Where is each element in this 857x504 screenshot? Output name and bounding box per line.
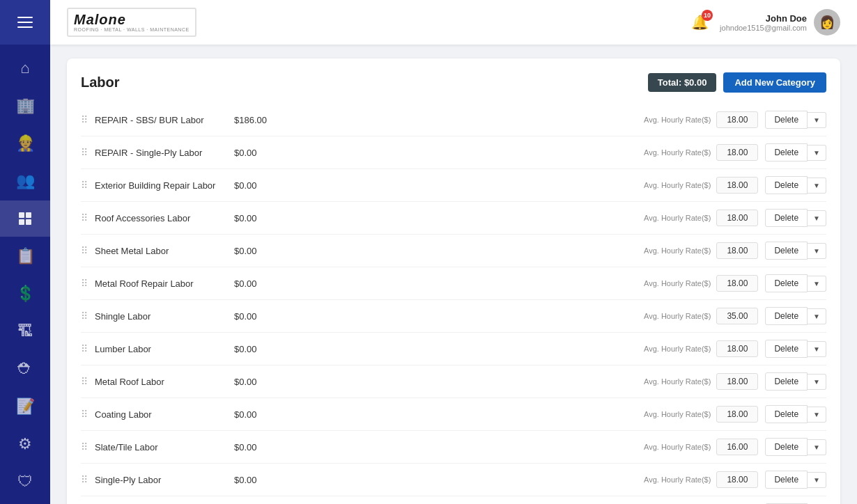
notification-bell[interactable]: 🔔 10 — [691, 14, 709, 31]
labor-rows: ⠿ REPAIR - SBS/ BUR Labor $186.00 Avg. H… — [81, 104, 826, 504]
dropdown-arrow-button[interactable]: ▼ — [808, 341, 826, 357]
sidebar-item-helmet[interactable]: ⛑ — [0, 351, 50, 387]
rate-label: Avg. Hourly Rate($) — [644, 181, 711, 189]
delete-button[interactable]: Delete — [765, 143, 808, 162]
rate-label: Avg. Hourly Rate($) — [644, 443, 711, 451]
rate-input[interactable] — [716, 373, 758, 390]
labor-name: REPAIR - SBS/ BUR Labor — [95, 115, 234, 125]
drag-handle-icon[interactable]: ⠿ — [81, 180, 88, 191]
dropdown-arrow-button[interactable]: ▼ — [808, 472, 826, 488]
sidebar-item-dollar[interactable]: 💲 — [0, 276, 50, 312]
labor-name: Single-Ply Labor — [95, 475, 234, 485]
card-title: Labor — [81, 74, 120, 90]
drag-handle-icon[interactable]: ⠿ — [81, 343, 88, 354]
content: Labor Total: $0.00 Add New Category ⠿ RE… — [50, 45, 857, 504]
table-row: ⠿ Slate/Tile Labor $0.00 Avg. Hourly Rat… — [81, 431, 826, 464]
delete-button[interactable]: Delete — [765, 176, 808, 194]
drag-handle-icon[interactable]: ⠿ — [81, 245, 88, 256]
delete-button[interactable]: Delete — [765, 405, 808, 423]
table-row: ⠿ Roof Accessories Labor $0.00 Avg. Hour… — [81, 202, 826, 235]
dropdown-arrow-button[interactable]: ▼ — [808, 145, 826, 161]
delete-button[interactable]: Delete — [765, 340, 808, 358]
sidebar-item-data-table[interactable] — [0, 200, 50, 237]
sidebar-item-home[interactable]: ⌂ — [0, 50, 50, 86]
sidebar-item-clipboard[interactable]: 📝 — [0, 388, 50, 425]
dropdown-arrow-button[interactable]: ▼ — [808, 178, 826, 194]
rate-input[interactable] — [716, 471, 758, 488]
rate-label: Avg. Hourly Rate($) — [644, 246, 711, 255]
delete-button[interactable]: Delete — [765, 307, 808, 325]
drag-handle-icon[interactable]: ⠿ — [81, 376, 88, 387]
table-row: ⠿ Single-Ply Labor $0.00 Avg. Hourly Rat… — [81, 464, 826, 496]
rate-input[interactable] — [716, 144, 758, 161]
dropdown-arrow-button[interactable]: ▼ — [808, 112, 826, 128]
table-row: ⠿ Metal Roof Labor $0.00 Avg. Hourly Rat… — [81, 365, 826, 398]
rate-input[interactable] — [716, 111, 758, 128]
rate-input[interactable] — [716, 308, 758, 324]
delete-button[interactable]: Delete — [765, 372, 808, 391]
delete-button[interactable]: Delete — [765, 471, 808, 489]
dropdown-arrow-button[interactable]: ▼ — [808, 243, 826, 259]
logo: Malone ROOFING · METAL · WALLS · MAINTEN… — [67, 8, 196, 37]
dropdown-arrow-button[interactable]: ▼ — [808, 308, 826, 324]
dropdown-arrow-button[interactable]: ▼ — [808, 374, 826, 390]
delete-button[interactable]: Delete — [765, 274, 808, 292]
sidebar: ⌂ 🏢 👷 👥 📋 💲 🏗 ⛑ 📝 ⚙ 🛡 — [0, 0, 50, 504]
labor-name: Metal Roof Repair Labor — [95, 278, 234, 289]
rate-input[interactable] — [716, 177, 758, 194]
user-info[interactable]: John Doe johndoe1515@gmail.com 👩 — [720, 9, 840, 36]
labor-name: Roof Accessories Labor — [95, 213, 234, 223]
delete-button[interactable]: Delete — [765, 438, 808, 456]
dropdown-arrow-button[interactable]: ▼ — [808, 276, 826, 292]
dropdown-arrow-button[interactable]: ▼ — [808, 407, 826, 423]
rate-input[interactable] — [716, 210, 758, 226]
sidebar-item-shield[interactable]: 🛡 — [0, 464, 50, 500]
labor-amount: $0.00 — [234, 213, 290, 223]
drag-handle-icon[interactable]: ⠿ — [81, 474, 88, 485]
labor-name: REPAIR - Single-Ply Labor — [95, 148, 234, 158]
labor-amount: $0.00 — [234, 246, 290, 256]
delete-button[interactable]: Delete — [765, 111, 808, 129]
delete-button[interactable]: Delete — [765, 209, 808, 227]
labor-amount: $0.00 — [234, 344, 290, 354]
rate-input[interactable] — [716, 340, 758, 357]
labor-amount: $0.00 — [234, 148, 290, 158]
table-row: ⠿ Sheet Metal Labor $0.00 Avg. Hourly Ra… — [81, 235, 826, 267]
drag-handle-icon[interactable]: ⠿ — [81, 278, 88, 289]
sidebar-item-worker[interactable]: 👷 — [0, 125, 50, 162]
rate-label: Avg. Hourly Rate($) — [644, 214, 711, 222]
sidebar-item-building[interactable]: 🏢 — [0, 88, 50, 124]
table-row: ⠿ Exterior Building Repair Labor $0.00 A… — [81, 169, 826, 202]
drag-handle-icon[interactable]: ⠿ — [81, 147, 88, 158]
rate-input[interactable] — [716, 242, 758, 259]
total-badge: Total: $0.00 — [648, 73, 717, 92]
add-category-button[interactable]: Add New Category — [723, 72, 826, 93]
table-row: ⠿ Lumber Labor $0.00 Avg. Hourly Rate($)… — [81, 333, 826, 365]
rate-input[interactable] — [716, 439, 758, 455]
dropdown-arrow-button[interactable]: ▼ — [808, 439, 826, 455]
sidebar-item-team[interactable]: 👥 — [0, 163, 50, 199]
user-email: johndoe1515@gmail.com — [720, 24, 807, 32]
labor-amount: $186.00 — [234, 115, 290, 125]
sidebar-item-reports[interactable]: 📋 — [0, 238, 50, 274]
drag-handle-icon[interactable]: ⠿ — [81, 212, 88, 223]
table-row: ⠿ Built-Up Labor $0.00 Avg. Hourly Rate(… — [81, 496, 826, 504]
dropdown-arrow-button[interactable]: ▼ — [808, 210, 826, 226]
drag-handle-icon[interactable]: ⠿ — [81, 409, 88, 420]
delete-button[interactable]: Delete — [765, 242, 808, 260]
svg-rect-2 — [19, 219, 24, 225]
sidebar-nav: ⌂ 🏢 👷 👥 📋 💲 🏗 ⛑ 📝 ⚙ 🛡 — [0, 50, 50, 500]
drag-handle-icon[interactable]: ⠿ — [81, 441, 88, 452]
sidebar-item-settings[interactable]: ⚙ — [0, 426, 50, 462]
labor-name: Exterior Building Repair Labor — [95, 180, 234, 191]
labor-name: Metal Roof Labor — [95, 377, 234, 387]
sidebar-item-crane[interactable]: 🏗 — [0, 313, 50, 349]
labor-amount: $0.00 — [234, 311, 290, 322]
rate-input[interactable] — [716, 406, 758, 423]
labor-name: Lumber Labor — [95, 344, 234, 354]
user-text: John Doe johndoe1515@gmail.com — [720, 13, 807, 32]
drag-handle-icon[interactable]: ⠿ — [81, 114, 88, 125]
hamburger-menu[interactable] — [0, 0, 50, 45]
rate-input[interactable] — [716, 275, 758, 292]
drag-handle-icon[interactable]: ⠿ — [81, 310, 88, 322]
